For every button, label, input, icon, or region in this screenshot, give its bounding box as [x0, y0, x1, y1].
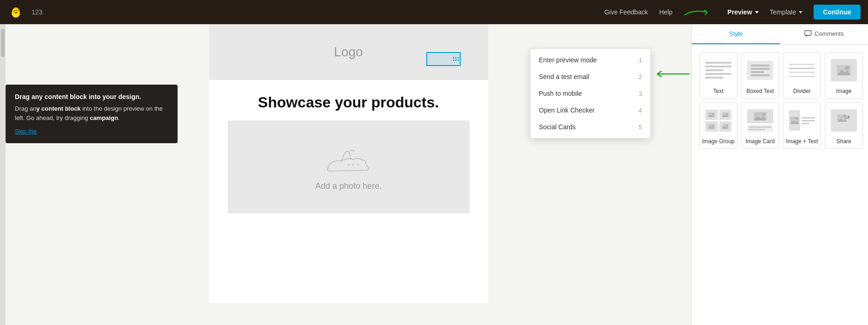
image-card-img-sym [754, 112, 767, 120]
block-image-group-icon [702, 106, 735, 134]
scrollbar-track[interactable] [0, 24, 6, 325]
dropdown-item-push-mobile[interactable]: Push to mobile 3 [530, 85, 650, 102]
preview-button[interactable]: Preview [728, 8, 759, 16]
block-text-label: Text [713, 88, 723, 94]
block-image-label: Image [836, 88, 851, 94]
dropdown-item-social-cards[interactable]: Social Cards 5 [530, 119, 650, 135]
comment-icon [804, 30, 812, 38]
campaign-id: 123 [32, 8, 42, 16]
svg-point-5 [13, 10, 15, 12]
svg-point-13 [845, 66, 849, 70]
block-divider-label: Divider [793, 88, 810, 94]
svg-point-6 [17, 10, 20, 12]
small-img-sym-1 [708, 113, 715, 117]
block-image-card-icon [743, 106, 777, 134]
dropdown-item-send-test[interactable]: Send a test email 2 [530, 68, 650, 85]
dropdown-item-enter-preview[interactable]: Enter preview mode 1 [530, 52, 650, 68]
block-image-group-label: Image Group [702, 138, 735, 145]
block-image-text[interactable]: Image + Text [783, 102, 821, 149]
block-boxed-text[interactable]: Boxed Text [741, 52, 779, 99]
right-panel: Style Comments [691, 24, 868, 325]
svg-point-16 [712, 113, 714, 115]
block-boxed-text-icon [743, 56, 777, 84]
mailchimp-logo [7, 4, 24, 20]
tooltip-body: Drag any content block into the design p… [15, 104, 168, 122]
panel-content: Text Boxed Text [692, 45, 868, 325]
drag-handle-icon[interactable] [452, 54, 459, 64]
block-divider[interactable]: Divider [783, 52, 821, 99]
small-img-sym-2 [722, 113, 729, 117]
svg-point-25 [726, 125, 728, 126]
topbar: 123 Give Feedback Help Preview Template … [0, 0, 868, 24]
give-feedback-link[interactable]: Give Feedback [604, 8, 648, 16]
tooltip-skip-link[interactable]: Skip the [15, 128, 168, 135]
small-img-sym-3 [708, 124, 715, 129]
preview-dropdown-menu: Enter preview mode 1 Send a test email 2… [530, 48, 651, 139]
svg-point-19 [726, 113, 728, 115]
block-share-icon [827, 106, 861, 134]
svg-rect-10 [805, 31, 811, 35]
right-panel-tabs: Style Comments [692, 24, 868, 45]
preview-chevron-icon [755, 11, 759, 13]
arrow-to-preview-icon [684, 6, 716, 19]
image-text-img-sym [790, 117, 799, 124]
svg-point-22 [712, 125, 714, 126]
template-chevron-icon [799, 11, 802, 13]
block-image-card-label: Image Card [746, 138, 775, 145]
email-headline: Showcase your products. [209, 80, 488, 120]
selected-block-overlay [426, 52, 461, 66]
svg-point-28 [762, 113, 765, 116]
dropdown-item-link-checker[interactable]: Open Link Checker 4 [530, 102, 650, 119]
email-logo-text: Logo [334, 45, 363, 60]
block-image-card[interactable]: Image Card [741, 102, 779, 149]
block-image-icon [827, 56, 861, 84]
block-share-label: Share [836, 138, 851, 145]
svg-point-34 [843, 115, 846, 118]
svg-point-7 [348, 164, 350, 166]
block-image-text-icon [785, 106, 819, 134]
small-img-sym-4 [722, 124, 729, 129]
block-text-icon [702, 56, 735, 84]
template-button[interactable]: Template [770, 8, 803, 16]
image-placeholder-symbol [837, 65, 851, 75]
tooltip-title: Drag any content block into your design. [15, 93, 168, 100]
block-divider-icon [785, 56, 819, 84]
block-image-group[interactable]: Image Group [699, 102, 737, 149]
svg-point-8 [352, 164, 354, 166]
share-symbol [837, 114, 851, 127]
email-product-label: Add a photo here. [315, 181, 382, 191]
block-image[interactable]: Image [825, 52, 863, 99]
main-layout: Logo Showcase your products. Add a photo… [0, 24, 868, 325]
email-preview: Logo Showcase your products. Add a photo… [209, 24, 488, 303]
scrollbar-thumb[interactable] [1, 29, 5, 57]
tooltip-overlay: Drag any content block into your design.… [6, 85, 178, 143]
block-text[interactable]: Text [699, 52, 737, 99]
shoe-icon [321, 143, 377, 176]
help-link[interactable]: Help [659, 8, 673, 16]
block-image-text-label: Image + Text [786, 138, 818, 145]
topbar-actions: Give Feedback Help Preview Template Cont… [604, 5, 861, 20]
continue-button[interactable]: Continue [814, 5, 861, 20]
tab-style[interactable]: Style [692, 24, 780, 44]
tab-comments[interactable]: Comments [780, 24, 868, 44]
svg-point-9 [357, 164, 359, 166]
block-boxed-text-label: Boxed Text [746, 88, 774, 94]
arrow-to-send-icon [653, 68, 690, 80]
email-product-image: Add a photo here. [228, 120, 470, 213]
svg-point-31 [795, 117, 798, 120]
block-share[interactable]: Share [825, 102, 863, 149]
content-blocks-grid: Text Boxed Text [699, 52, 861, 149]
